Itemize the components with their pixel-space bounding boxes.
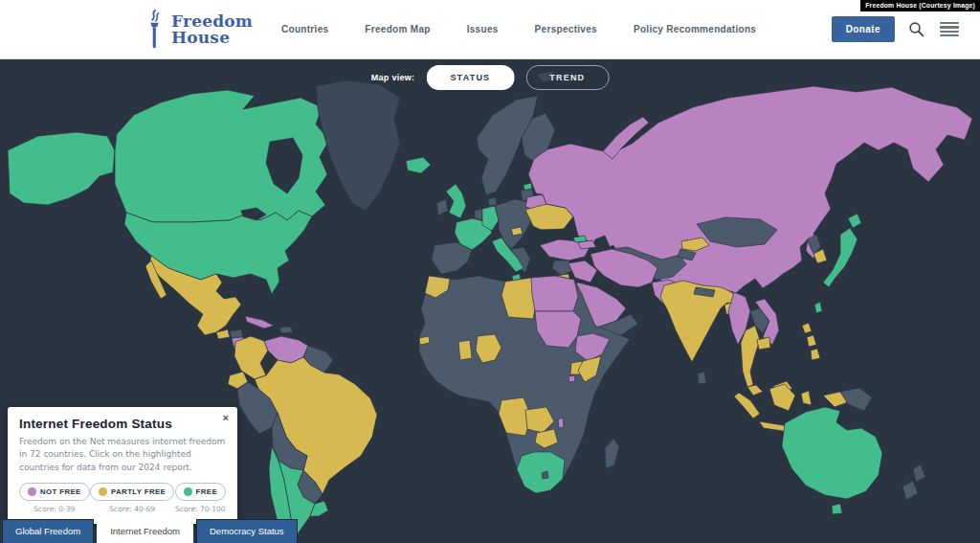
trend-toggle-button[interactable]: TREND bbox=[525, 65, 609, 90]
torch-icon bbox=[144, 10, 165, 50]
freedom-house-logo[interactable]: Freedom House bbox=[144, 10, 253, 50]
country-malawi[interactable] bbox=[558, 418, 564, 428]
not-free-score: Score: 0-39 bbox=[19, 505, 90, 513]
nav-policy-recommendations[interactable]: Policy Recommendations bbox=[634, 24, 756, 34]
close-icon[interactable]: × bbox=[223, 413, 229, 423]
nav-countries[interactable]: Countries bbox=[281, 24, 328, 34]
country-azerbaijan[interactable] bbox=[578, 240, 596, 249]
free-score: Score: 70-100 bbox=[175, 505, 226, 513]
site-header: Freedom House Countries Freedom Map Issu… bbox=[0, 0, 980, 59]
map-view-toggle: Map view: STATUS TREND bbox=[371, 65, 610, 90]
country-benelux bbox=[475, 209, 482, 220]
tab-global-freedom[interactable]: Global Freedom bbox=[2, 519, 94, 543]
country-senegal[interactable] bbox=[419, 336, 430, 345]
legend-item-partly-free: PARTLY FREE Score: 40-69 bbox=[90, 483, 174, 513]
legend-pill-partly-free[interactable]: PARTLY FREE bbox=[90, 483, 174, 501]
partly-free-score: Score: 40-69 bbox=[90, 505, 174, 513]
card-title: Internet Freedom Status bbox=[19, 417, 226, 431]
map-view-label: Map view: bbox=[371, 73, 415, 82]
legend: NOT FREE Score: 0-39 PARTLY FREE Score: … bbox=[19, 483, 226, 513]
country-egypt[interactable] bbox=[531, 276, 578, 311]
not-free-label: NOT FREE bbox=[40, 487, 81, 496]
free-label: FREE bbox=[196, 487, 217, 496]
nav-freedom-map[interactable]: Freedom Map bbox=[365, 24, 430, 34]
country-hungary[interactable] bbox=[511, 227, 523, 236]
legend-pill-not-free[interactable]: NOT FREE bbox=[19, 483, 90, 501]
donate-button[interactable]: Donate bbox=[832, 16, 895, 42]
country-sri-lanka bbox=[698, 372, 706, 384]
world-map: Map view: STATUS TREND × Internet Freedo… bbox=[0, 59, 980, 543]
main-nav: Countries Freedom Map Issues Perspective… bbox=[281, 24, 756, 34]
country-honduras bbox=[230, 329, 243, 338]
free-dot bbox=[184, 487, 192, 496]
partly-free-label: PARTLY FREE bbox=[111, 487, 166, 496]
courtesy-badge: Freedom House (Courtesy Image) bbox=[860, 0, 980, 11]
country-denmark bbox=[488, 197, 497, 206]
not-free-dot bbox=[28, 487, 36, 496]
status-toggle-button[interactable]: STATUS bbox=[426, 65, 514, 90]
search-icon[interactable] bbox=[908, 21, 924, 37]
legend-item-free: FREE Score: 70-100 bbox=[175, 483, 226, 513]
country-tasmania[interactable] bbox=[832, 504, 842, 514]
internet-freedom-status-card: × Internet Freedom Status Freedom on the… bbox=[8, 407, 237, 525]
nav-issues[interactable]: Issues bbox=[467, 24, 499, 34]
menu-icon[interactable] bbox=[938, 20, 961, 39]
legend-item-not-free: NOT FREE Score: 0-39 bbox=[19, 483, 90, 513]
country-rwanda[interactable] bbox=[568, 375, 575, 382]
tab-internet-freedom[interactable]: Internet Freedom bbox=[97, 519, 193, 543]
card-description: Freedom on the Net measures internet fre… bbox=[19, 436, 226, 475]
partly-free-dot bbox=[99, 487, 107, 496]
country-hispaniola bbox=[279, 327, 293, 333]
legend-pill-free[interactable]: FREE bbox=[175, 483, 226, 501]
logo-text: Freedom House bbox=[171, 13, 253, 45]
country-ghana[interactable] bbox=[458, 340, 472, 360]
tab-democracy-status[interactable]: Democracy Status bbox=[196, 519, 298, 543]
map-tabs: Global Freedom Internet Freedom Democrac… bbox=[2, 519, 298, 543]
nav-perspectives[interactable]: Perspectives bbox=[535, 24, 597, 34]
